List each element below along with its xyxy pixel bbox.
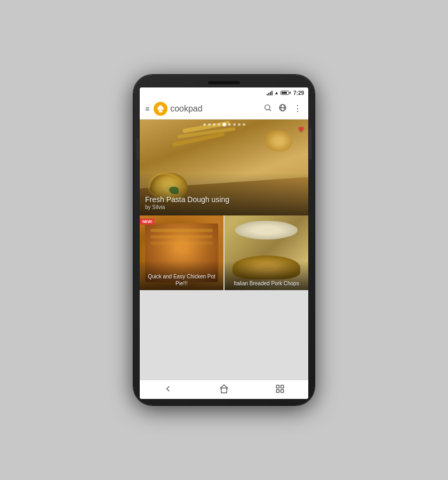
signal-bar-4 — [271, 91, 273, 95]
globe-icon — [278, 103, 287, 112]
dot-8 — [243, 123, 245, 126]
pork-title: Italian Breaded Pork Chops — [228, 280, 305, 287]
status-bar: ▲ 7:29 — [140, 87, 308, 98]
hero-text-block: Fresh Pasta Dough using by Silvia — [145, 195, 229, 210]
status-icons: ▲ 7:29 — [267, 90, 304, 96]
hero-title: Fresh Pasta Dough using — [145, 195, 229, 204]
app-bar-actions: ⋮ — [262, 102, 303, 115]
hero-card[interactable]: ♥ Fresh Pasta Dough using by Silvia — [140, 119, 308, 215]
dot-3 — [218, 123, 220, 126]
signal-bar-2 — [268, 93, 269, 95]
hamburger-menu-icon[interactable]: ≡ — [145, 105, 149, 113]
battery-icon — [281, 91, 291, 95]
search-icon — [263, 103, 272, 112]
svg-rect-8 — [281, 385, 284, 388]
dot-5 — [228, 123, 231, 126]
pasta-piece — [266, 130, 292, 151]
app-name-label: cookpad — [170, 104, 203, 114]
more-options-button[interactable]: ⋮ — [292, 102, 303, 115]
home-icon — [219, 384, 229, 394]
app-logo: cookpad — [154, 102, 262, 116]
content-area: ♥ Fresh Pasta Dough using by Silvia NEW!… — [140, 119, 308, 380]
power-button[interactable] — [309, 128, 311, 160]
back-icon — [163, 384, 173, 394]
app-bar: ≡ cookpad — [140, 98, 308, 119]
battery-tip — [290, 92, 291, 94]
svg-line-2 — [269, 109, 271, 111]
svg-rect-7 — [277, 385, 279, 388]
chef-hat-icon — [156, 105, 165, 113]
svg-rect-0 — [159, 110, 163, 112]
svg-rect-6 — [221, 388, 227, 393]
chef-hat-logo — [154, 102, 167, 116]
recipe-grid: NEW! Quick and Easy Chicken Pot Pie!!! I… — [140, 215, 308, 380]
battery-fill — [282, 92, 287, 94]
language-button[interactable] — [277, 102, 288, 115]
battery-body — [281, 91, 289, 95]
recents-button[interactable] — [269, 382, 291, 398]
dot-7 — [238, 123, 241, 126]
favorite-button[interactable]: ♥ — [298, 124, 304, 135]
wifi-icon: ▲ — [274, 90, 279, 95]
carousel-dots — [140, 123, 308, 126]
recipe-card-chicken[interactable]: NEW! Quick and Easy Chicken Pot Pie!!! — [140, 215, 223, 290]
dot-1 — [208, 123, 211, 126]
speaker-grill — [208, 81, 240, 84]
phone-screen: ▲ 7:29 ≡ — [140, 87, 308, 399]
svg-point-1 — [265, 105, 270, 109]
time-display: 7:29 — [293, 90, 304, 96]
hero-author: by Silvia — [145, 204, 229, 210]
signal-bar-1 — [267, 94, 268, 95]
search-button[interactable] — [262, 102, 273, 115]
recents-icon — [275, 384, 285, 394]
home-button[interactable] — [213, 382, 235, 398]
new-badge: NEW! — [140, 219, 155, 225]
nav-bar — [140, 380, 308, 399]
svg-rect-10 — [281, 389, 284, 392]
back-button[interactable] — [157, 382, 179, 398]
chicken-title: Quick and Easy Chicken Pot Pie!!! — [143, 273, 220, 287]
signal-bar-3 — [270, 92, 271, 95]
recipe-card-pork[interactable]: Italian Breaded Pork Chops — [225, 215, 308, 290]
svg-rect-9 — [277, 389, 279, 392]
dot-0 — [203, 123, 206, 126]
dot-active — [222, 123, 226, 126]
phone-device: ▲ 7:29 ≡ — [133, 75, 315, 405]
volume-button[interactable] — [137, 139, 139, 160]
dot-2 — [213, 123, 215, 126]
signal-icon — [267, 90, 273, 95]
dot-6 — [233, 123, 236, 126]
